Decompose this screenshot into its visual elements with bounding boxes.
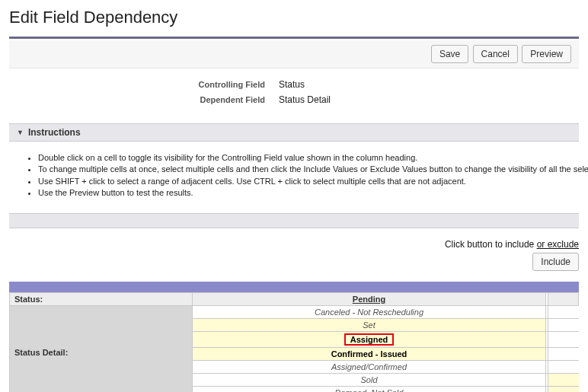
status-row-label: Status: (10, 292, 193, 305)
divider (9, 37, 579, 39)
page-title: Edit Field Dependency (0, 0, 588, 37)
instructions-list: Double click on a cell to toggle its vis… (38, 152, 568, 199)
instruction-item: Double click on a cell to toggle its vis… (38, 152, 568, 164)
instructions-title: Instructions (28, 127, 81, 138)
save-button[interactable]: Save (431, 45, 468, 63)
instruction-item: To change multiple cells at once, select… (38, 164, 568, 175)
picklist-cell[interactable] (548, 373, 579, 386)
picklist-cell[interactable]: Canceled - Not Rescheduling (193, 305, 546, 318)
picklist-cell[interactable] (548, 305, 579, 318)
controlling-field-value: Status (279, 79, 305, 90)
picklist-cell[interactable] (548, 347, 579, 360)
include-exclude-hint: Click button to include or exclude (9, 239, 579, 250)
picklist-cell[interactable] (548, 318, 579, 331)
preview-button[interactable]: Preview (522, 45, 571, 63)
dependency-grid: Status: Pending Status Detail: Canceled … (9, 282, 579, 392)
picklist-cell[interactable]: Sold (193, 373, 546, 386)
picklist-cell[interactable] (548, 331, 579, 347)
picklist-cell[interactable]: Assigned/Confirmed (193, 360, 546, 373)
field-info: Controlling Field Status Dependent Field… (9, 69, 579, 123)
instruction-item: Use the Preview button to test the resul… (38, 187, 568, 199)
dependent-field-value: Status Detail (279, 94, 331, 105)
picklist-cell[interactable]: Set (193, 318, 546, 331)
picklist-cell[interactable]: Assigned (193, 331, 546, 347)
picklist-cell[interactable]: Confirmed - Issued (193, 347, 546, 360)
status-detail-row-label: Status Detail: (10, 305, 193, 392)
instructions-header[interactable]: ▼ Instructions (9, 123, 579, 142)
picklist-cell[interactable] (548, 360, 579, 373)
grid-header-bar (9, 282, 579, 292)
dependent-field-label: Dependent Field (27, 95, 279, 104)
chevron-down-icon: ▼ (17, 129, 24, 136)
column-header-next[interactable] (548, 292, 579, 305)
section-divider (9, 213, 579, 228)
controlling-field-label: Controlling Field (27, 80, 279, 89)
picklist-cell[interactable]: Demoed, Not Sold (193, 386, 546, 392)
action-bar: Save Cancel Preview (9, 40, 579, 69)
column-header-pending[interactable]: Pending (193, 292, 546, 305)
cancel-button[interactable]: Cancel (473, 45, 518, 63)
instruction-item: Use SHIFT + click to select a range of a… (38, 176, 568, 187)
instructions-body: Double click on a cell to toggle its vis… (9, 142, 579, 213)
include-values-button[interactable]: Include (532, 253, 579, 271)
picklist-cell[interactable] (548, 386, 579, 392)
